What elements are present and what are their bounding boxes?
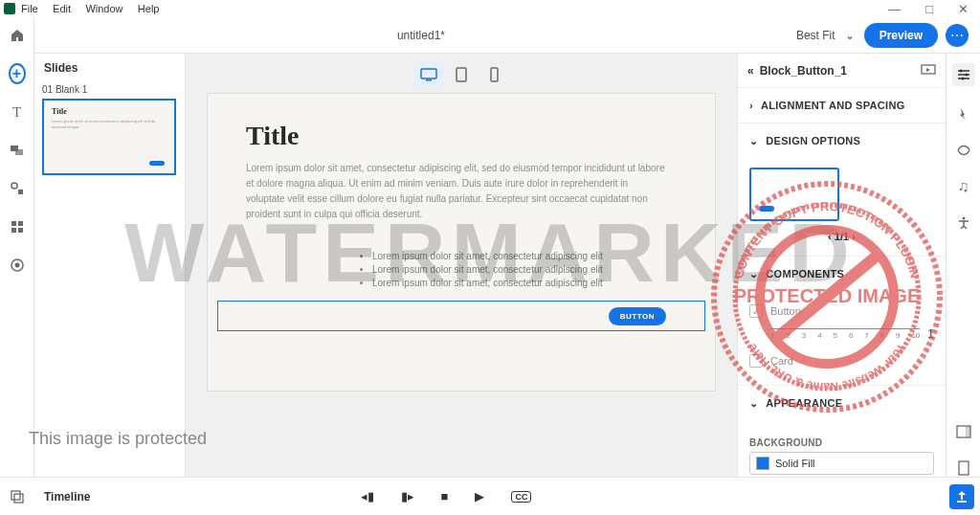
button-count-slider[interactable]: 12345678910 1 bbox=[770, 327, 934, 341]
svg-point-15 bbox=[959, 70, 962, 73]
section-alignment[interactable]: › ALIGNMENT AND SPACING bbox=[738, 88, 946, 123]
audio-tab-icon[interactable]: ♫ bbox=[955, 178, 972, 195]
background-value: Solid Fill bbox=[775, 458, 815, 469]
bottom-bar: Timeline ◂▮ ▮▸ ■ ▶ CC bbox=[0, 477, 980, 515]
window-controls: — □ ✕ bbox=[888, 2, 976, 16]
menu-file[interactable]: File bbox=[21, 3, 38, 14]
slider-value: 1 bbox=[927, 327, 934, 341]
zoom-select[interactable]: Best Fit ⌄ bbox=[796, 29, 855, 42]
section-design[interactable]: ⌄ DESIGN OPTIONS bbox=[738, 123, 946, 158]
svg-rect-5 bbox=[18, 221, 23, 226]
stage-bullets[interactable]: Lorem ipsum dolor sit amet, consectetur … bbox=[246, 251, 677, 288]
properties-tab-icon[interactable] bbox=[952, 63, 975, 86]
svg-rect-23 bbox=[14, 494, 23, 503]
skip-back-icon[interactable]: ◂▮ bbox=[361, 489, 374, 504]
svg-rect-1 bbox=[15, 149, 23, 155]
button-checkbox[interactable]: ✓ bbox=[749, 304, 763, 318]
svg-rect-10 bbox=[421, 69, 436, 78]
panel1-icon[interactable] bbox=[955, 423, 972, 440]
panel2-icon[interactable] bbox=[955, 459, 972, 477]
cc-icon[interactable]: CC bbox=[511, 491, 531, 503]
svg-rect-24 bbox=[957, 501, 967, 503]
card-checkbox[interactable] bbox=[749, 354, 763, 368]
chevron-down-icon: ⌄ bbox=[749, 135, 758, 147]
selection-name: Block_Button_1 bbox=[760, 64, 847, 78]
more-button[interactable]: ⋯ bbox=[946, 24, 969, 47]
slides-heading: Slides bbox=[42, 61, 177, 75]
home-icon[interactable] bbox=[9, 27, 26, 44]
svg-point-9 bbox=[14, 263, 19, 268]
animations-tab-icon[interactable] bbox=[955, 142, 972, 159]
record-tool-icon[interactable] bbox=[9, 257, 26, 274]
chevron-right-icon: › bbox=[749, 100, 753, 111]
accessibility-tab-icon[interactable] bbox=[955, 214, 972, 232]
svg-rect-4 bbox=[11, 221, 16, 226]
interactions-tab-icon[interactable] bbox=[955, 105, 972, 123]
svg-point-17 bbox=[961, 78, 964, 80]
play-pause-icon[interactable]: ▮▸ bbox=[401, 489, 414, 504]
collapse-icon[interactable]: « bbox=[747, 64, 754, 78]
background-dropdown[interactable]: Solid Fill bbox=[749, 452, 934, 475]
bullet-item: Lorem ipsum dolor sit amet, consectetur … bbox=[372, 278, 677, 288]
playback-controls: ◂▮ ▮▸ ■ ▶ CC bbox=[186, 489, 706, 504]
color-swatch bbox=[756, 457, 769, 470]
component-card-label: Card bbox=[770, 355, 793, 367]
button-block[interactable]: BUTTON bbox=[217, 301, 705, 331]
thumb-title: Title bbox=[52, 106, 167, 117]
stage-title[interactable]: Title bbox=[246, 121, 677, 151]
chevron-down-icon: ⌄ bbox=[749, 268, 758, 280]
svg-rect-6 bbox=[11, 228, 16, 233]
canvas-area: Title Lorem ipsum dolor sit amet, consec… bbox=[186, 54, 737, 477]
present-icon[interactable] bbox=[921, 64, 936, 78]
svg-rect-12 bbox=[457, 68, 466, 81]
maximize-icon[interactable]: □ bbox=[925, 2, 933, 16]
section-appearance[interactable]: ⌄ APPEARANCE bbox=[738, 386, 946, 420]
menu-edit[interactable]: Edit bbox=[53, 3, 71, 14]
stage-button[interactable]: BUTTON bbox=[609, 307, 666, 325]
thumb-body: Lorem ipsum dolor sit amet consectetur a… bbox=[52, 119, 167, 129]
minimize-icon[interactable]: — bbox=[888, 2, 901, 16]
background-label: BACKGROUND bbox=[749, 437, 934, 448]
share-button[interactable] bbox=[949, 484, 974, 509]
text-tool-icon[interactable]: T bbox=[9, 103, 26, 121]
component-button-row: ✓ Button bbox=[749, 301, 934, 322]
design-option[interactable] bbox=[749, 168, 839, 221]
svg-point-16 bbox=[965, 74, 968, 77]
svg-rect-21 bbox=[959, 461, 969, 475]
section-components[interactable]: ⌄ COMPONENTS bbox=[738, 257, 946, 291]
widget-tool-icon[interactable] bbox=[9, 180, 26, 197]
slide-thumbnail[interactable]: Title Lorem ipsum dolor sit amet consect… bbox=[42, 99, 176, 175]
menu-window[interactable]: Window bbox=[85, 3, 122, 14]
stop-icon[interactable]: ■ bbox=[441, 489, 449, 504]
shapes-tool-icon[interactable] bbox=[9, 218, 26, 235]
slider-ticks: 12345678910 bbox=[770, 328, 920, 340]
preview-button[interactable]: Preview bbox=[864, 23, 938, 48]
mobile-device-icon[interactable] bbox=[478, 61, 510, 88]
top-bar: untitled1* Best Fit ⌄ Preview ⋯ bbox=[34, 17, 980, 54]
stage-body[interactable]: Lorem ipsum dolor sit amet, consectetur … bbox=[246, 161, 667, 222]
media-tool-icon[interactable] bbox=[9, 142, 26, 159]
close-icon[interactable]: ✕ bbox=[958, 2, 969, 16]
properties-panel: « Block_Button_1 › ALIGNMENT AND SPACING… bbox=[737, 54, 946, 477]
chevron-down-icon: ⌄ bbox=[845, 29, 855, 42]
protected-caption: This image is protected bbox=[29, 429, 207, 449]
tablet-device-icon[interactable] bbox=[445, 61, 478, 88]
add-button[interactable]: + bbox=[9, 65, 26, 82]
bullet-item: Lorem ipsum dolor sit amet, consectetur … bbox=[372, 264, 677, 275]
main-menu: File Edit Window Help bbox=[21, 2, 170, 15]
device-switch bbox=[412, 56, 510, 94]
play-icon[interactable]: ▶ bbox=[475, 489, 484, 504]
titlebar: File Edit Window Help — □ ✕ bbox=[0, 0, 980, 17]
svg-rect-11 bbox=[426, 79, 432, 81]
right-rail: ♫ bbox=[946, 54, 980, 477]
svg-rect-13 bbox=[491, 68, 498, 81]
layers-icon[interactable] bbox=[0, 489, 34, 504]
menu-help[interactable]: Help bbox=[138, 3, 160, 14]
bullet-item: Lorem ipsum dolor sit amet, consectetur … bbox=[372, 251, 677, 261]
svg-rect-3 bbox=[18, 190, 23, 194]
slide-stage[interactable]: Title Lorem ipsum dolor sit amet, consec… bbox=[208, 94, 715, 391]
svg-rect-7 bbox=[18, 228, 23, 233]
zoom-label: Best Fit bbox=[796, 29, 835, 42]
desktop-device-icon[interactable] bbox=[412, 61, 445, 88]
svg-rect-20 bbox=[966, 426, 970, 437]
